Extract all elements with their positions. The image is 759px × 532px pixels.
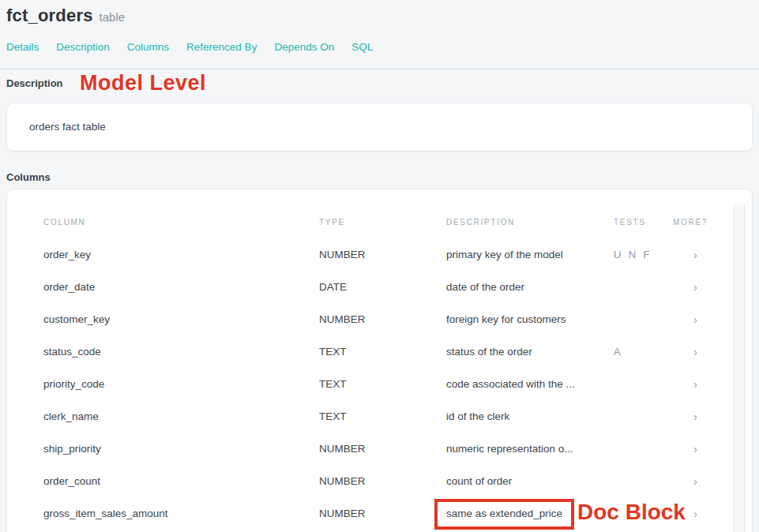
chevron-right-icon[interactable]: › <box>693 474 697 488</box>
page-header: fct_orders table Details Description Col… <box>0 0 759 69</box>
table-row[interactable]: gross_item_sales_amount NUMBER same as e… <box>7 497 752 530</box>
nav-item-sql[interactable]: SQL <box>351 41 373 53</box>
resource-type-badge: table <box>100 10 126 24</box>
chevron-right-icon[interactable]: › <box>693 248 697 261</box>
column-tests: U N F <box>614 249 673 260</box>
column-description: primary key of the model <box>446 249 614 260</box>
column-type: TEXT <box>319 378 446 390</box>
table-header-row: COLUMN TYPE DESCRIPTION TESTS MORE? <box>7 206 752 238</box>
columns-card: COLUMN TYPE DESCRIPTION TESTS MORE? orde… <box>6 189 753 532</box>
column-name: clerk_name <box>43 410 319 422</box>
columns-section-heading: Columns <box>6 171 51 183</box>
title-row: fct_orders table <box>6 6 125 26</box>
table-row[interactable]: order_count NUMBER count of order › <box>7 465 752 497</box>
description-text: orders fact table <box>29 121 106 133</box>
description-card: orders fact table <box>6 103 753 152</box>
chevron-right-icon[interactable]: › <box>693 313 697 326</box>
table-row[interactable]: order_date DATE date of the order › <box>7 271 752 303</box>
table-scrollbar[interactable] <box>734 204 745 532</box>
column-type: TEXT <box>319 410 446 422</box>
column-description: numeric representation o... <box>446 443 614 455</box>
table-row[interactable]: ship_priority NUMBER numeric representat… <box>7 433 752 465</box>
column-name: ship_priority <box>43 443 319 455</box>
column-type: TEXT <box>319 346 446 358</box>
column-name: priority_code <box>43 378 319 390</box>
chevron-right-icon[interactable]: › <box>693 507 697 520</box>
header-description: DESCRIPTION <box>446 218 614 227</box>
column-description: same as extended_price <box>446 508 614 519</box>
nav-item-description[interactable]: Description <box>56 41 110 53</box>
column-type: NUMBER <box>319 475 446 487</box>
nav-item-referenced-by[interactable]: Referenced By <box>186 41 257 53</box>
column-description: foreign key for customers <box>446 313 614 325</box>
column-name: gross_item_sales_amount <box>43 508 319 519</box>
column-name: order_count <box>43 475 319 487</box>
column-type: NUMBER <box>319 443 446 455</box>
column-description: id of the clerk <box>446 410 614 422</box>
annotation-model-level: Model Level <box>80 71 206 96</box>
nav-item-details[interactable]: Details <box>6 41 39 53</box>
header-column: COLUMN <box>43 218 319 227</box>
table-row[interactable]: clerk_name TEXT id of the clerk › <box>7 400 752 433</box>
table-row[interactable]: order_key NUMBER primary key of the mode… <box>7 238 752 271</box>
column-name: order_key <box>43 249 319 260</box>
description-section-heading: Description <box>6 77 63 89</box>
anchor-nav: Details Description Columns Referenced B… <box>6 41 373 53</box>
chevron-right-icon[interactable]: › <box>693 377 697 391</box>
nav-item-columns[interactable]: Columns <box>127 41 169 53</box>
page-title: fct_orders <box>6 6 93 26</box>
chevron-right-icon[interactable]: › <box>693 280 697 294</box>
column-type: NUMBER <box>319 313 446 325</box>
column-description: code associated with the ... <box>446 378 614 390</box>
column-name: order_date <box>43 281 319 293</box>
header-more: MORE? <box>673 218 718 227</box>
chevron-right-icon[interactable]: › <box>693 345 697 358</box>
table-row[interactable]: status_code TEXT status of the order A › <box>7 335 752 368</box>
column-description: status of the order <box>446 346 614 358</box>
column-type: NUMBER <box>319 249 446 260</box>
column-tests: A <box>614 346 673 358</box>
table-row[interactable]: priority_code TEXT code associated with … <box>7 368 752 400</box>
columns-table: COLUMN TYPE DESCRIPTION TESTS MORE? orde… <box>7 189 752 530</box>
column-name: status_code <box>43 346 319 358</box>
column-type: NUMBER <box>319 508 446 519</box>
nav-item-depends-on[interactable]: Depends On <box>274 41 334 53</box>
chevron-right-icon[interactable]: › <box>693 442 697 455</box>
chevron-right-icon[interactable]: › <box>693 410 697 423</box>
column-name: customer_key <box>43 313 319 325</box>
table-row[interactable]: customer_key NUMBER foreign key for cust… <box>7 303 752 335</box>
header-tests: TESTS <box>614 218 673 227</box>
column-description: date of the order <box>446 281 614 293</box>
header-type: TYPE <box>319 218 446 227</box>
column-type: DATE <box>319 281 446 293</box>
column-description: count of order <box>446 475 614 487</box>
